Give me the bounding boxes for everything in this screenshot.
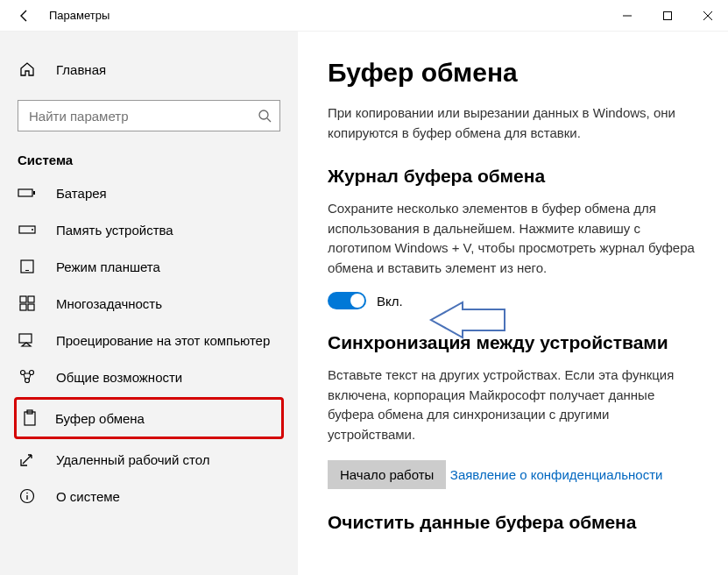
- remote-icon: [18, 450, 37, 469]
- svg-line-3: [267, 118, 271, 122]
- shared-icon: [18, 367, 37, 387]
- svg-rect-9: [25, 270, 29, 271]
- storage-icon: [18, 220, 37, 239]
- sidebar-item-label: О системе: [56, 489, 120, 504]
- sidebar-item-clipboard[interactable]: Буфер обмена: [17, 400, 281, 437]
- get-started-button[interactable]: Начало работы: [328, 460, 446, 489]
- arrow-annotation: [428, 301, 506, 339]
- sidebar-item-projecting[interactable]: Проецирование на этот компьютер: [0, 322, 298, 358]
- history-toggle[interactable]: [328, 292, 366, 309]
- multitask-icon: [18, 294, 37, 313]
- maximize-button[interactable]: [647, 0, 688, 32]
- sidebar-item-label: Батарея: [56, 186, 107, 201]
- home-button[interactable]: Главная: [0, 51, 298, 88]
- search-input[interactable]: [18, 100, 280, 131]
- svg-rect-1: [664, 11, 672, 19]
- svg-point-2: [259, 110, 268, 119]
- minimize-icon: [622, 11, 633, 21]
- privacy-link[interactable]: Заявление о конфиденциальности: [450, 467, 663, 482]
- svg-point-15: [21, 371, 25, 375]
- sync-text: Вставьте текст на других устройствах. Ес…: [328, 366, 696, 444]
- sidebar-item-shared[interactable]: Общие возможности: [0, 358, 298, 395]
- tablet-icon: [18, 257, 37, 276]
- sidebar-item-label: Удаленный рабочий стол: [56, 452, 209, 467]
- minimize-button[interactable]: [607, 0, 647, 32]
- sidebar-item-about[interactable]: О системе: [0, 478, 298, 515]
- toggle-label: Вкл.: [377, 294, 403, 309]
- history-heading: Журнал буфера обмена: [328, 166, 698, 187]
- svg-point-7: [32, 229, 33, 231]
- page-title: Буфер обмена: [328, 58, 698, 88]
- sidebar-item-label: Общие возможности: [56, 370, 182, 385]
- sidebar-item-multitask[interactable]: Многозадачность: [0, 285, 298, 322]
- sidebar-item-remote[interactable]: Удаленный рабочий стол: [0, 441, 298, 478]
- svg-rect-11: [28, 296, 34, 302]
- svg-rect-5: [33, 191, 35, 195]
- sidebar-item-tablet[interactable]: Режим планшета: [0, 248, 298, 285]
- info-icon: [18, 486, 37, 506]
- svg-rect-12: [20, 304, 26, 310]
- svg-point-16: [30, 371, 34, 375]
- battery-icon: [18, 183, 37, 202]
- highlight-annotation: Буфер обмена: [14, 397, 284, 439]
- history-text: Сохраните несколько элементов в буфер об…: [328, 199, 696, 278]
- sidebar-item-label: Буфер обмена: [55, 411, 145, 426]
- sidebar-item-label: Многозадачность: [56, 296, 162, 311]
- svg-rect-10: [20, 296, 26, 302]
- sidebar-item-label: Память устройства: [56, 223, 173, 238]
- sidebar-item-storage[interactable]: Память устройства: [0, 211, 298, 248]
- window-title: Параметры: [49, 9, 607, 22]
- arrow-left-icon: [18, 9, 32, 23]
- close-button[interactable]: [688, 0, 728, 32]
- main-content: Буфер обмена При копировании или вырезан…: [298, 32, 728, 575]
- svg-point-21: [26, 493, 28, 494]
- close-icon: [703, 11, 713, 21]
- sidebar-item-label: Режим планшета: [56, 259, 160, 274]
- projecting-icon: [18, 330, 37, 350]
- back-button[interactable]: [12, 4, 37, 28]
- sidebar: Главная Система Батарея Память устройств…: [0, 32, 298, 575]
- sidebar-item-battery[interactable]: Батарея: [0, 174, 298, 211]
- maximize-icon: [662, 11, 673, 21]
- clipboard-icon: [20, 408, 39, 428]
- svg-rect-14: [19, 334, 32, 343]
- sync-heading: Синхронизация между устройствами: [328, 332, 698, 353]
- search-icon: [258, 109, 272, 123]
- sidebar-item-label: Проецирование на этот компьютер: [56, 333, 270, 348]
- home-label: Главная: [56, 62, 106, 77]
- section-label: Система: [0, 151, 298, 174]
- home-icon: [18, 60, 37, 79]
- svg-rect-13: [28, 304, 34, 310]
- intro-text: При копировании или вырезании данных в W…: [328, 103, 696, 143]
- clear-heading: Очистить данные буфера обмена: [328, 512, 698, 533]
- svg-rect-4: [18, 189, 32, 196]
